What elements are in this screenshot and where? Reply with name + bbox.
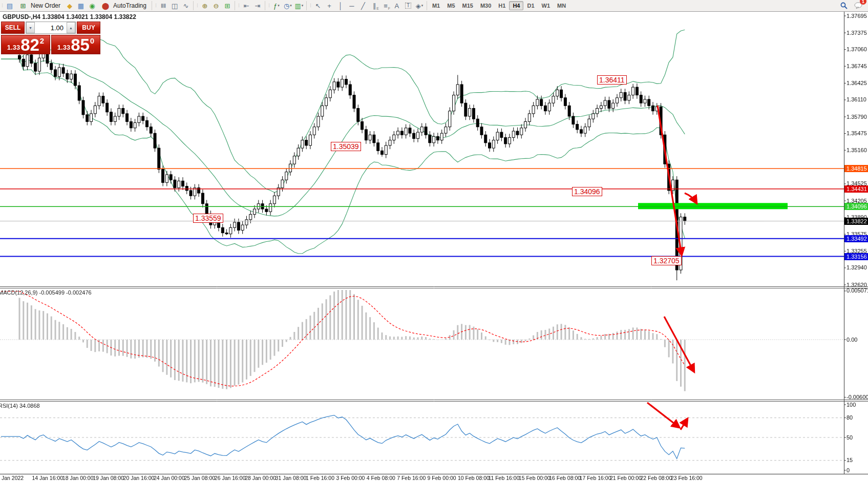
volume-decrease-button[interactable]: ▼ <box>26 22 35 33</box>
price-tag-1.34815[interactable]: 1.34815 <box>844 165 868 172</box>
new-order-button[interactable]: ⊞ New Order <box>15 0 64 11</box>
timeframe-button-h1[interactable]: H1 <box>495 1 509 10</box>
profiles-icon[interactable]: ◆ <box>64 0 75 11</box>
price-tag-1.33822[interactable]: 1.33822 <box>844 218 868 225</box>
arrows-icon[interactable]: ◈▾ <box>414 0 425 11</box>
price-tag-1.34096[interactable]: 1.34096 <box>844 203 868 210</box>
fibonacci-icon: ≡ <box>384 2 388 10</box>
time-axis-label: 9 Feb 00:00 <box>428 475 456 481</box>
candlestick-icon: ◫ <box>172 2 178 10</box>
trendline-icon[interactable]: ╱ <box>357 0 369 11</box>
arrows-icon-caret: ▾ <box>421 4 424 8</box>
timeframe-button-m30[interactable]: M30 <box>477 1 495 10</box>
sell-button[interactable]: SELL <box>1 22 25 34</box>
volume-spinner: ▼ ▲ <box>26 22 76 34</box>
arrange-windows-icon[interactable]: ⇥ <box>252 0 263 11</box>
add-indicator-icon[interactable]: ƒ▾ <box>271 0 282 11</box>
macd-axis-tick: 0.005071 <box>846 287 868 294</box>
buy-price-prefix: 1.33 <box>57 44 70 51</box>
volume-increase-button[interactable]: ▲ <box>67 22 75 33</box>
periods-icon[interactable]: ◷▾ <box>282 0 293 11</box>
templates-icon[interactable]: ▥▾ <box>293 0 305 11</box>
volume-input[interactable] <box>35 22 67 33</box>
time-axis-label: 11 Feb 16:00 <box>488 475 519 481</box>
timeframe-button-mn[interactable]: MN <box>554 1 569 10</box>
rsi-axis-tick: 15 <box>846 457 868 463</box>
cursor-icon: ↖ <box>315 2 321 10</box>
toolbar-grip: ⁞ <box>196 2 199 10</box>
vertical-line-icon[interactable]: │ <box>335 0 346 11</box>
zoom-out-icon: ⊖ <box>214 2 219 10</box>
price-tag-1.33492[interactable]: 1.33492 <box>844 235 868 242</box>
timeframe-button-h4[interactable]: H4 <box>509 1 523 10</box>
price-axis-tick: 1.32940 <box>846 264 868 270</box>
price-annotation-1.35039[interactable]: 1.35039 <box>331 142 361 151</box>
buy-price-sup: 0 <box>90 36 94 45</box>
autotrading-icon: ⬤ <box>100 0 111 11</box>
search-icon[interactable] <box>838 0 850 11</box>
tile-windows-icon[interactable]: ⊞ <box>222 0 233 11</box>
timeframe-button-w1[interactable]: W1 <box>538 1 554 10</box>
line-chart-icon[interactable]: ∿ <box>180 0 192 11</box>
time-axis-label: 15 Feb 00:00 <box>519 475 551 481</box>
timeframe-button-m5[interactable]: M5 <box>443 1 458 10</box>
channel-icon: ∥ <box>373 2 376 10</box>
toolbar-right: 1 <box>838 0 868 11</box>
sell-price-sup: 2 <box>40 36 44 45</box>
price-annotation-1.34096[interactable]: 1.34096 <box>572 187 602 196</box>
horizontal-line-icon[interactable]: ─ <box>346 0 357 11</box>
auto-arrange-icon[interactable]: ⇤ <box>241 0 252 11</box>
price-annotation-1.36411[interactable]: 1.36411 <box>597 75 627 85</box>
signals-icon[interactable]: ◉ <box>87 0 98 11</box>
periods-icon: ◷ <box>284 2 289 10</box>
cursor-icon[interactable]: ↖ <box>312 0 324 11</box>
price-annotation-1.33559[interactable]: 1.33559 <box>193 214 223 223</box>
vertical-line-icon: │ <box>338 2 343 10</box>
text-icon[interactable]: A <box>391 0 403 11</box>
timeframe-button-m15[interactable]: M15 <box>459 1 477 10</box>
crosshair-icon[interactable]: + <box>324 0 335 11</box>
time-axis-label: 7 Feb 16:00 <box>397 475 426 481</box>
time-axis-label: 19 Jan 08:00 <box>93 475 124 481</box>
price-tag-1.33156[interactable]: 1.33156 <box>844 253 868 260</box>
price-chart-canvas[interactable] <box>0 0 868 481</box>
macd-axis-tick: -0.006003 <box>846 394 868 400</box>
price-axis-tick: 1.36745 <box>846 63 868 69</box>
price-axis-tick: 1.32620 <box>846 282 868 288</box>
signals-icon: ◉ <box>89 2 95 10</box>
candlestick-icon[interactable]: ◫ <box>169 0 180 11</box>
autotrading-label: AutoTrading <box>113 2 146 9</box>
time-axis-label: 22 Feb 08:00 <box>640 475 672 481</box>
fibonacci-icon[interactable]: ≡F <box>380 0 391 11</box>
new-chart-icon[interactable]: ▤ <box>4 0 15 11</box>
zoom-in-icon[interactable]: ⊕ <box>199 0 210 11</box>
text-label-icon[interactable]: T <box>403 0 414 11</box>
buy-button[interactable]: BUY <box>77 22 100 34</box>
line-chart-icon: ∿ <box>183 2 189 10</box>
zoom-out-icon[interactable]: ⊖ <box>210 0 222 11</box>
new-order-icon: ⊞ <box>17 0 29 11</box>
autotrading-button[interactable]: ⬤ AutoTrading <box>98 0 150 11</box>
sell-quote[interactable]: 1.33 82 2 <box>1 35 50 54</box>
market-watch-icon[interactable]: ▦ <box>75 0 87 11</box>
price-annotation-1.32705[interactable]: 1.32705 <box>651 256 682 265</box>
timeframe-button-d1[interactable]: D1 <box>523 1 538 10</box>
price-tag-1.34431[interactable]: 1.34431 <box>844 185 868 193</box>
sell-price-prefix: 1.33 <box>7 44 20 51</box>
channel-icon[interactable]: ∥E <box>369 0 380 11</box>
one-click-trade-panel: SELL ▼ ▲ BUY 1.33 82 2 1.33 85 0 <box>1 22 100 54</box>
toolbar-grip: ⁞ <box>267 2 270 10</box>
profiles-icon: ◆ <box>67 2 72 10</box>
crosshair-icon: + <box>327 2 331 10</box>
add-indicator-icon-caret: ▾ <box>278 4 280 8</box>
time-axis-label: 3 Feb 00:00 <box>336 475 365 481</box>
buy-quote[interactable]: 1.33 85 0 <box>51 35 100 54</box>
bar-chart-icon[interactable]: ≣ <box>158 0 169 11</box>
market-watch-icon: ▦ <box>78 2 84 10</box>
arrange-windows-icon: ⇥ <box>255 2 261 10</box>
arrows-icon: ◈ <box>416 2 421 10</box>
timeframe-button-m1[interactable]: M1 <box>429 1 443 10</box>
toolbar-separator <box>427 1 427 10</box>
notifications-icon[interactable]: 1 <box>853 0 864 11</box>
new-order-label: New Order <box>31 2 60 9</box>
